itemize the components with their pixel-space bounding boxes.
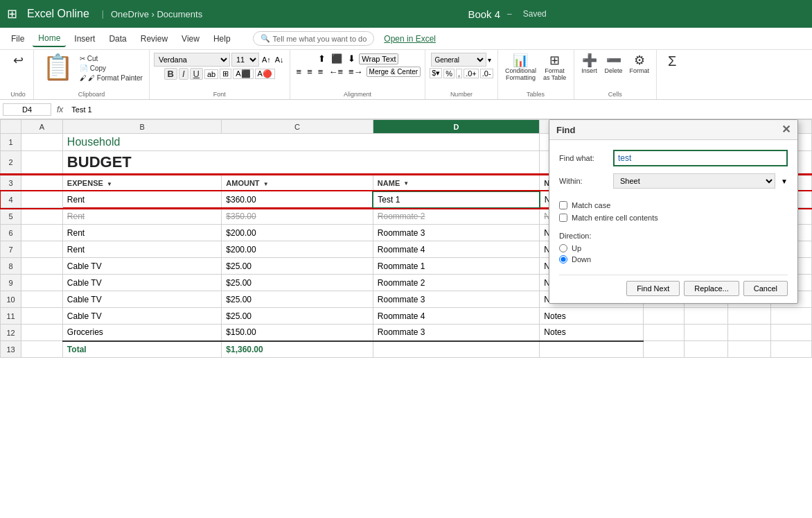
cell-d10[interactable]: Roommate 3 xyxy=(373,291,539,308)
font-decrease-button[interactable]: A↓ xyxy=(274,55,285,64)
cell-d6[interactable]: Roommate 3 xyxy=(373,225,539,241)
strikethrough-button[interactable]: ab xyxy=(204,69,218,79)
cell-c8[interactable]: $25.00 xyxy=(222,258,373,275)
underline-button[interactable]: U xyxy=(190,68,203,80)
cell-d5[interactable]: Roommate 2 xyxy=(373,208,539,225)
cell-c6[interactable]: $200.00 xyxy=(222,225,373,241)
cell-d8[interactable]: Roommate 1 xyxy=(373,258,539,275)
cell-h12[interactable] xyxy=(728,325,771,341)
cell-a3[interactable] xyxy=(21,175,63,191)
format-painter-button[interactable]: 🖌 🖌 Format Painter xyxy=(78,74,145,83)
within-select[interactable]: Sheet Workbook xyxy=(613,173,775,189)
menu-review[interactable]: Review xyxy=(135,31,173,46)
cell-a9[interactable] xyxy=(21,275,63,291)
cell-c7[interactable]: $200.00 xyxy=(222,241,373,258)
tell-me-input[interactable]: 🔍 Tell me what you want to do xyxy=(253,31,375,46)
cell-i13[interactable] xyxy=(771,341,812,358)
italic-button[interactable]: I xyxy=(179,68,188,80)
cell-a8[interactable] xyxy=(21,258,63,275)
sum-button[interactable]: Σ xyxy=(661,53,683,69)
delete-cell-button[interactable]: ➖ Delete xyxy=(602,53,626,76)
find-next-button[interactable]: Find Next xyxy=(626,281,680,296)
row-header-7[interactable]: 7 xyxy=(1,241,21,258)
indent-more-button[interactable]: ≡→ xyxy=(346,66,365,78)
cell-e12[interactable]: Notes xyxy=(540,325,644,341)
insert-cell-button[interactable]: ➕ Insert xyxy=(579,53,601,76)
percent-button[interactable]: % xyxy=(443,69,454,78)
fill-color-button[interactable]: A⬛ xyxy=(233,69,253,79)
cell-b8[interactable]: Cable TV xyxy=(62,258,221,275)
number-format-select[interactable]: General xyxy=(431,53,486,67)
cell-g13[interactable] xyxy=(684,341,727,358)
direction-up-radio[interactable] xyxy=(559,244,567,252)
menu-data[interactable]: Data xyxy=(103,31,132,46)
row-header-12[interactable]: 12 xyxy=(1,325,21,341)
decimal-decrease-button[interactable]: .0- xyxy=(480,69,493,78)
cell-d13[interactable] xyxy=(373,341,539,358)
align-bottom-button[interactable]: ⬇ xyxy=(346,53,358,64)
name-filter-arrow[interactable]: ▼ xyxy=(403,180,409,187)
menu-file[interactable]: File xyxy=(6,31,30,46)
breadcrumb[interactable]: OneDrive › Documents xyxy=(111,9,202,19)
row-header-11[interactable]: 11 xyxy=(1,308,21,325)
cell-d9[interactable]: Roommate 2 xyxy=(373,275,539,291)
cell-f12[interactable] xyxy=(644,325,685,341)
number-format-dropdown-icon[interactable]: ▾ xyxy=(488,56,491,64)
cell-b10[interactable]: Cable TV xyxy=(62,291,221,308)
cell-b9[interactable]: Cable TV xyxy=(62,275,221,291)
row-header-10[interactable]: 10 xyxy=(1,291,21,308)
cell-f13[interactable] xyxy=(644,341,685,358)
cell-b5[interactable]: Rent xyxy=(62,208,221,225)
align-right-button[interactable]: ≡ xyxy=(316,66,326,78)
cell-b4[interactable]: Rent xyxy=(62,191,221,208)
decimal-increase-button[interactable]: .0+ xyxy=(464,69,479,78)
cell-c13[interactable]: $1,360.00 xyxy=(222,341,373,358)
cell-g11[interactable] xyxy=(684,308,727,325)
cell-c9[interactable]: $25.00 xyxy=(222,275,373,291)
cell-b12[interactable]: Groceries xyxy=(62,325,221,341)
wrap-text-button[interactable]: Wrap Text xyxy=(359,53,398,64)
cell-c10[interactable]: $25.00 xyxy=(222,291,373,308)
row-header-1[interactable]: 1 xyxy=(1,134,21,151)
format-cell-button[interactable]: ⚙ Format xyxy=(627,53,653,76)
row-header-9[interactable]: 9 xyxy=(1,275,21,291)
font-color-button[interactable]: A🔴 xyxy=(255,69,275,79)
font-increase-button[interactable]: A↑ xyxy=(261,55,272,64)
cell-a13[interactable] xyxy=(21,341,63,358)
cell-b7[interactable]: Rent xyxy=(62,241,221,258)
row-header-2[interactable]: 2 xyxy=(1,151,21,175)
cell-b11[interactable]: Cable TV xyxy=(62,308,221,325)
cell-d11[interactable]: Roommate 4 xyxy=(373,308,539,325)
formula-input[interactable] xyxy=(69,104,809,115)
menu-view[interactable]: View xyxy=(176,31,205,46)
row-header-4[interactable]: 4 xyxy=(1,191,21,208)
merge-center-button[interactable]: Merge & Center xyxy=(367,67,421,77)
cell-a4[interactable] xyxy=(21,191,63,208)
row-header-5[interactable]: 5 xyxy=(1,208,21,225)
cell-a7[interactable] xyxy=(21,241,63,258)
indent-less-button[interactable]: ←≡ xyxy=(326,66,345,78)
paste-button[interactable]: 📋 xyxy=(38,53,78,82)
copy-button[interactable]: 📄 Copy xyxy=(78,64,145,73)
cell-d7[interactable]: Roommate 4 xyxy=(373,241,539,258)
cell-d12[interactable]: Roommate 3 xyxy=(373,325,539,341)
replace-button[interactable]: Replace... xyxy=(684,281,739,296)
cell-c5[interactable]: $350.00 xyxy=(222,208,373,225)
cancel-button[interactable]: Cancel xyxy=(743,281,788,296)
cell-h13[interactable] xyxy=(728,341,771,358)
cell-a2[interactable] xyxy=(21,151,63,175)
cell-a12[interactable] xyxy=(21,325,63,341)
row-header-13[interactable]: 13 xyxy=(1,341,21,358)
cell-d3[interactable]: NAME ▼ xyxy=(373,175,539,191)
col-header-a[interactable]: A xyxy=(21,120,63,134)
direction-down-radio[interactable] xyxy=(559,255,567,264)
cell-a5[interactable] xyxy=(21,208,63,225)
cell-i12[interactable] xyxy=(771,325,812,341)
col-header-b[interactable]: B xyxy=(62,120,221,134)
find-what-input[interactable] xyxy=(613,150,788,166)
cell-f11[interactable] xyxy=(644,308,685,325)
menu-insert[interactable]: Insert xyxy=(69,31,100,46)
comma-button[interactable]: , xyxy=(456,69,462,78)
cell-g12[interactable] xyxy=(684,325,727,341)
border-button[interactable]: ⊞ xyxy=(220,69,231,79)
